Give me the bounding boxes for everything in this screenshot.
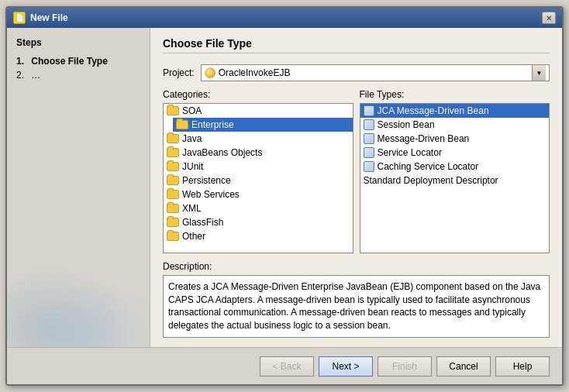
step-2-number: 2. — [16, 70, 29, 81]
button-bar: < Back Next > Finish Cancel Help — [7, 347, 562, 384]
description-section: Description: Creates a JCA Message-Drive… — [163, 261, 550, 338]
filetypes-panel: File Types: JCA Message-Driven Bean Sess… — [360, 89, 550, 253]
folder-icon — [167, 148, 179, 157]
filetype-mdb: Message-Driven Bean — [378, 133, 470, 144]
folder-icon — [167, 176, 179, 185]
step-1-label: Choose File Type — [31, 56, 107, 67]
list-item[interactable]: Persistence — [164, 174, 353, 187]
steps-panel: Steps 1. Choose File Type 2. … — [7, 28, 150, 347]
list-item[interactable]: Session Bean — [360, 118, 550, 132]
filetype-service-locator: Service Locator — [378, 147, 442, 158]
project-dropdown[interactable]: OracleInvokeEJB ▼ — [201, 64, 550, 81]
help-button[interactable]: Help — [495, 356, 550, 377]
filetype-session-bean: Session Bean — [378, 119, 435, 130]
category-xml: XML — [182, 203, 202, 214]
folder-icon — [167, 162, 179, 171]
filetypes-label: File Types: — [360, 89, 550, 100]
category-javabeans: JavaBeans Objects — [182, 147, 262, 158]
folder-icon — [167, 134, 179, 143]
category-webservices: Web Services — [182, 189, 240, 200]
list-item[interactable]: Enterprise — [173, 118, 353, 132]
dialog-body: Steps 1. Choose File Type 2. … Choose Fi… — [7, 28, 562, 347]
dialog-icon: 📄 — [13, 12, 26, 24]
folder-icon — [167, 190, 179, 199]
back-button[interactable]: < Back — [260, 356, 314, 377]
new-file-dialog: 📄 New File ✕ Steps 1. Choose File Type 2… — [5, 6, 564, 386]
folder-icon — [176, 120, 188, 129]
description-text: Creates a JCA Message-Driven Enterprise … — [163, 275, 550, 338]
project-icon — [205, 67, 216, 78]
list-item[interactable]: XML — [164, 201, 353, 215]
list-item[interactable]: Standard Deployment Descriptor — [360, 174, 550, 187]
dropdown-arrow-icon: ▼ — [532, 65, 546, 81]
folder-icon — [167, 218, 179, 227]
list-item[interactable]: JUnit — [164, 160, 353, 174]
categories-panel: Categories: SOA Enterprise Java — [163, 89, 353, 253]
list-item[interactable]: Other — [164, 229, 353, 243]
title-bar: 📄 New File ✕ — [7, 8, 562, 28]
category-glassfish: GlassFish — [182, 217, 223, 228]
project-label: Project: — [163, 67, 195, 78]
panel-title: Choose File Type — [163, 37, 550, 53]
bean-icon — [364, 105, 374, 116]
list-item[interactable]: Message-Driven Bean — [360, 132, 550, 146]
close-button[interactable]: ✕ — [542, 12, 556, 24]
bean-icon — [364, 133, 374, 144]
categories-filetypes-row: Categories: SOA Enterprise Java — [163, 89, 550, 253]
folder-icon — [167, 204, 179, 213]
filetype-deployment-descriptor: Standard Deployment Descriptor — [364, 175, 498, 186]
bean-icon — [364, 119, 374, 130]
bean-icon — [364, 147, 374, 158]
list-item[interactable]: JavaBeans Objects — [164, 146, 353, 160]
category-soa: SOA — [182, 105, 202, 116]
step-1: 1. Choose File Type — [16, 56, 140, 67]
description-label: Description: — [163, 261, 550, 272]
category-junit: JUnit — [182, 161, 203, 172]
decorative-bg — [7, 254, 150, 347]
step-2-label: … — [31, 70, 40, 81]
list-item[interactable]: Java — [164, 132, 353, 146]
project-row: Project: OracleInvokeEJB ▼ — [163, 64, 550, 81]
category-other: Other — [182, 231, 205, 242]
category-persistence: Persistence — [182, 175, 231, 186]
categories-list[interactable]: SOA Enterprise Java JavaBeans Objec — [163, 103, 353, 253]
folder-icon — [167, 106, 179, 115]
filetypes-list[interactable]: JCA Message-Driven Bean Session Bean Mes… — [360, 103, 550, 253]
project-value: OracleInvokeEJB — [219, 67, 291, 78]
filetype-caching-locator: Caching Service Locator — [378, 161, 479, 172]
finish-button[interactable]: Finish — [378, 356, 432, 377]
list-item[interactable]: SOA — [164, 104, 353, 118]
folder-icon — [167, 232, 179, 241]
cancel-button[interactable]: Cancel — [436, 356, 491, 377]
dialog-title: New File — [30, 12, 537, 23]
list-item[interactable]: Caching Service Locator — [360, 160, 550, 174]
step-1-number: 1. — [16, 56, 29, 67]
bean-icon — [364, 161, 374, 172]
list-item[interactable]: GlassFish — [164, 215, 353, 229]
list-item[interactable]: Web Services — [164, 187, 353, 201]
right-panel: Choose File Type Project: OracleInvokeEJ… — [150, 28, 562, 347]
filetype-jca-mdb: JCA Message-Driven Bean — [378, 105, 489, 116]
categories-label: Categories: — [163, 89, 353, 100]
category-enterprise: Enterprise — [191, 119, 234, 130]
list-item[interactable]: JCA Message-Driven Bean — [360, 104, 550, 118]
steps-title: Steps — [16, 37, 140, 48]
category-java: Java — [182, 133, 202, 144]
step-2: 2. … — [16, 70, 140, 81]
list-item[interactable]: Service Locator — [360, 146, 550, 160]
next-button[interactable]: Next > — [319, 356, 373, 377]
